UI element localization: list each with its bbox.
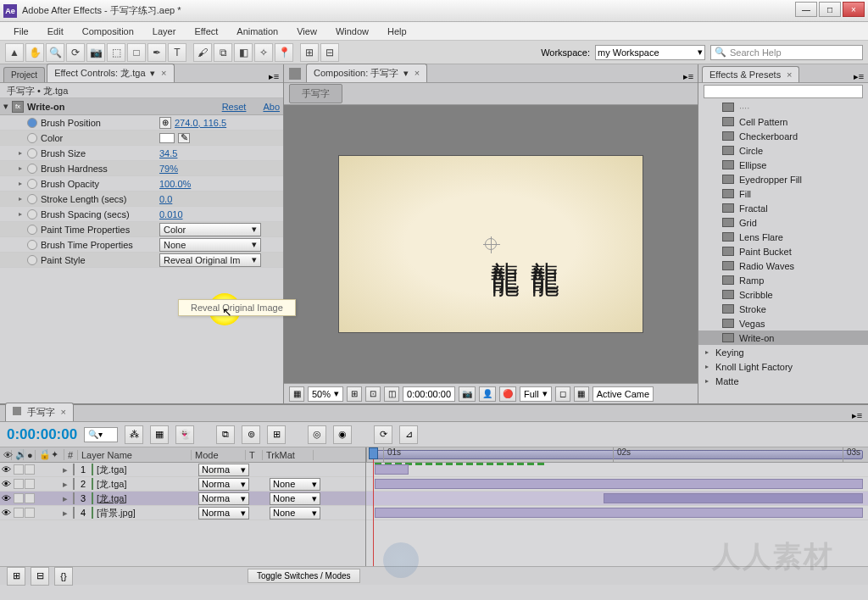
preset-item-scribble[interactable]: Scribble [698,287,868,302]
draft-3d-icon[interactable]: ▦ [150,425,169,444]
layer-name[interactable]: [龙.tga] [95,492,197,505]
preset-item-cell-pattern[interactable]: Cell Pattern [698,114,868,129]
lock-toggle[interactable] [25,493,35,503]
timecode-display[interactable]: 0:00:00:00 [7,426,77,443]
menu-composition[interactable]: Composition [75,24,141,39]
preset-item-lens-flare[interactable]: Lens Flare [698,230,868,244]
clone-tool-icon[interactable]: ⧉ [214,43,232,62]
menu-window[interactable]: Window [329,24,376,39]
panel-menu-icon[interactable]: ▸≡ [268,70,280,82]
visibility-toggle[interactable]: 👁 [0,493,12,503]
preset-folder-matte[interactable]: ▸Matte [698,374,868,388]
brush-hardness-value[interactable]: 79% [159,164,178,174]
preset-item-fractal[interactable]: Fractal [698,201,868,215]
tab-close-icon[interactable]: × [61,407,66,417]
twirl-icon[interactable]: ▸ [705,348,712,356]
expand-collapse-icon[interactable]: ⊟ [31,567,49,586]
twirl-icon[interactable]: ▸ [19,195,27,203]
auto-keyframe-icon[interactable]: ◉ [333,425,352,444]
visibility-toggle[interactable]: 👁 [0,464,12,475]
menu-edit[interactable]: Edit [41,24,70,39]
panel-menu-icon[interactable]: ▸≡ [853,70,865,82]
stopwatch-icon[interactable] [27,240,37,250]
zoom-tool-icon[interactable]: 🔍 [46,43,64,62]
twirl-icon[interactable]: ▸ [59,508,71,519]
layer-bar-3[interactable] [604,493,863,503]
view-dropdown[interactable]: Active Came [593,386,654,402]
twirl-down-icon[interactable]: ▾ [3,101,12,112]
preset-item-radio-waves[interactable]: Radio Waves [698,258,868,273]
preset-item-vegas[interactable]: Vegas [698,316,868,331]
live-update-icon[interactable]: ⟳ [374,425,392,444]
blend-mode-dropdown[interactable]: Norma▾ [198,492,249,505]
tab-close-icon[interactable]: × [787,69,792,80]
channel-icon[interactable]: 🔴 [499,386,516,402]
transparency-grid-icon[interactable]: ▦ [574,386,589,402]
timeline-graph[interactable]: 0s 01s 02s 03s [366,447,868,566]
lock-toggle[interactable] [25,479,35,489]
effect-header-write-on[interactable]: ▾ fx Write-on Reset Abo [0,98,283,115]
resolution-dropdown[interactable]: Full▾ [520,386,552,402]
eyedropper-icon[interactable]: ✎ [178,133,190,143]
snapshot-icon[interactable]: 📷 [459,386,476,402]
reset-link[interactable]: Reset [222,102,247,112]
preset-item-write-on[interactable]: Write-on [698,331,868,345]
fx-badge-icon[interactable]: fx [12,101,24,113]
view-tab[interactable]: 手写字 [289,84,342,103]
twirl-icon[interactable]: ▸ [19,149,27,157]
stopwatch-icon[interactable] [27,118,37,128]
tab-project[interactable]: Project [3,67,45,82]
roto-tool-icon[interactable]: ✧ [254,43,273,62]
twirl-icon[interactable]: ▸ [59,479,71,490]
stopwatch-icon[interactable] [27,209,37,219]
stopwatch-icon[interactable] [27,255,37,265]
menu-help[interactable]: Help [381,24,414,39]
frame-blend-icon[interactable]: ⧉ [216,425,235,444]
preset-item-circle[interactable]: Circle [698,143,868,158]
brush-time-dropdown[interactable]: None▾ [159,238,261,252]
preset-list[interactable]: ····Cell PatternCheckerboardCircleEllips… [698,100,868,403]
panel-menu-icon[interactable]: ▸≡ [851,409,863,421]
stopwatch-icon[interactable] [27,194,37,204]
current-time-display[interactable]: 0:00:00:00 [403,386,455,402]
preset-item-fill[interactable]: Fill [698,186,868,201]
brush-tool-icon[interactable]: 🖌 [193,43,212,62]
label-color[interactable] [73,507,75,519]
layer-row-4[interactable]: 👁▸4[背景.jpg]Norma▾None▾ [0,506,365,520]
pen-tool-icon[interactable]: ✒ [147,43,166,62]
twirl-icon[interactable]: ▸ [705,377,712,385]
menu-file[interactable]: File [7,24,36,39]
layer-name[interactable]: [龙.tga] [95,464,197,476]
preset-item-checkerboard[interactable]: Checkerboard [698,129,868,143]
graph-editor-icon[interactable]: ⊞ [267,425,286,444]
preset-item-paint-bucket[interactable]: Paint Bucket [698,244,868,258]
about-link[interactable]: Abo [263,102,280,112]
composition-viewer[interactable]: 龍龍龍龍龍龍 [284,105,698,383]
brush-position-value[interactable]: 274.0, 116.5 [175,118,226,128]
stopwatch-icon[interactable] [27,225,37,235]
minimize-button[interactable]: — [795,2,817,17]
brainstorm-icon[interactable]: ◎ [308,425,326,444]
tab-dropdown-icon[interactable]: ▾ [150,68,155,78]
layer-switches-icon[interactable]: {} [54,567,73,586]
twirl-icon[interactable]: ▸ [59,493,71,504]
menu-effect[interactable]: Effect [187,24,225,39]
pan-behind-tool-icon[interactable]: ⬚ [107,43,125,62]
paint-time-dropdown[interactable]: Color▾ [159,223,261,236]
preset-folder-knoll-light-factory[interactable]: ▸Knoll Light Factory [698,359,868,374]
layer-row-3[interactable]: 👁▸3[龙.tga]Norma▾None▾ [0,492,365,506]
twirl-icon[interactable]: ▸ [705,363,712,370]
twirl-icon[interactable]: ▸ [19,210,27,218]
shape-tool-icon[interactable]: □ [127,43,146,62]
world-axis-icon[interactable]: ⊟ [320,43,339,62]
solo-toggle[interactable] [14,464,24,475]
blend-mode-dropdown[interactable]: Norma▾ [198,507,249,519]
layer-name[interactable]: [背景.jpg] [95,507,197,519]
zoom-dropdown[interactable]: 50%▾ [308,386,343,402]
always-preview-icon[interactable]: ▦ [289,386,304,402]
visibility-toggle[interactable]: 👁 [0,479,12,489]
search-help-input[interactable]: 🔍 Search Help [710,45,863,60]
close-button[interactable]: × [843,2,865,17]
brush-spacing-value[interactable]: 0.010 [159,209,183,219]
color-swatch[interactable] [159,133,175,143]
